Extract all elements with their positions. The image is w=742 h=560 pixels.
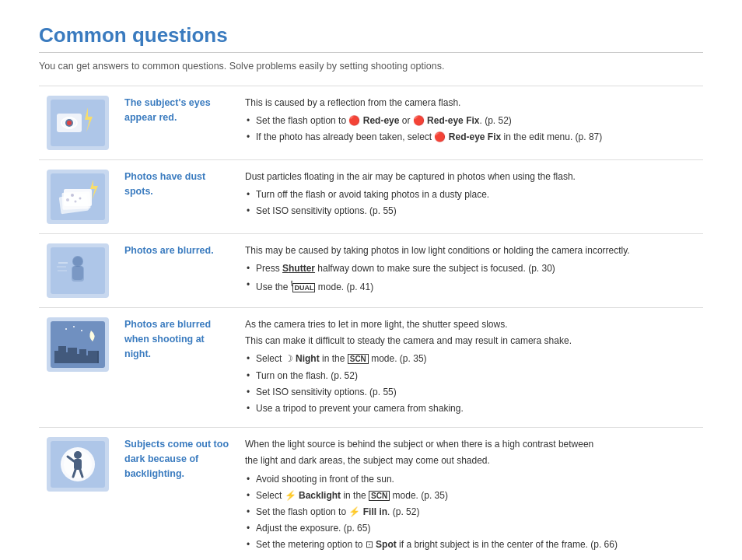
- backlight-icon: [47, 437, 109, 492]
- svg-point-25: [65, 328, 67, 330]
- solution-intro-dust-spots-0: Dust particles floating in the air may b…: [245, 170, 695, 184]
- page-subtitle: You can get answers to common questions.…: [39, 61, 703, 72]
- page-title: Common questions: [39, 23, 703, 47]
- solution-item: Use a tripod to prevent your camera from…: [245, 401, 695, 416]
- scn-badge: SCN: [348, 354, 369, 364]
- svg-point-26: [73, 326, 75, 327]
- solution-intro-backlight-0: When the light source is behind the subj…: [245, 437, 695, 452]
- fill-in-label: Fill in: [363, 506, 387, 517]
- solution-list-night-blur: Select ☽ Night in the SCN mode. (p. 35)T…: [245, 352, 695, 416]
- problem-label-backlight: Subjects come out too dark because of ba…: [117, 428, 237, 560]
- table-row: Subjects come out too dark because of ba…: [39, 428, 703, 560]
- backlight-label: Backlight: [299, 490, 341, 501]
- svg-rect-20: [72, 266, 84, 282]
- blurred-icon: [47, 243, 109, 298]
- svg-point-18: [73, 257, 82, 266]
- solution-list-red-eye: Set the flash option to 🔴 Red-eye or 🔴 R…: [245, 114, 695, 145]
- solution-item: Adjust the exposure. (p. 65): [245, 521, 695, 536]
- svg-rect-36: [54, 345, 97, 364]
- shutter-key: Shutter: [282, 263, 315, 274]
- solution-list-dust-spots: Turn off the flash or avoid taking photo…: [245, 187, 695, 219]
- solution-item: Select ☽ Night in the SCN mode. (p. 35): [245, 352, 695, 366]
- problem-label-blurred: Photos are blurred.: [117, 234, 237, 308]
- solution-item: If the photo has already been taken, sel…: [245, 130, 695, 145]
- solution-item: Set the flash option to 🔴 Red-eye or 🔴 R…: [245, 114, 695, 128]
- redeye-fix-label: Red-eye Fix: [449, 131, 501, 142]
- svg-point-11: [71, 194, 74, 197]
- solution-item: Press Shutter halfway down to make sure …: [245, 261, 695, 276]
- table-row: Photos are blurred.This may be caused by…: [39, 234, 703, 308]
- solution-intro-night-blur-0: As the camera tries to let in more light…: [245, 317, 695, 332]
- redeye-label: Red-eye: [449, 131, 485, 142]
- night-label: Night: [296, 353, 320, 364]
- title-divider: [39, 52, 703, 53]
- svg-point-13: [75, 201, 77, 203]
- select-word: Select: [256, 490, 282, 501]
- dust-spots-icon: [47, 170, 109, 224]
- icon-cell-backlight: [39, 428, 117, 560]
- solution-cell-dust-spots: Dust particles floating in the air may b…: [237, 160, 703, 234]
- redeye-fix-label: Red-eye Fix: [427, 115, 479, 126]
- solution-cell-night-blur: As the camera tries to let in more light…: [237, 308, 703, 428]
- table-row: Photos have dust spots.Dust particles fl…: [39, 160, 703, 234]
- icon-cell-blurred: [39, 234, 117, 308]
- faq-table: The subject's eyes appear red.This is ca…: [39, 86, 703, 560]
- solution-item: Set ISO sensitivity options. (p. 55): [245, 385, 695, 400]
- svg-point-12: [79, 198, 82, 200]
- solution-cell-red-eye: This is caused by a reflection from the …: [237, 86, 703, 160]
- spot-label: Spot: [376, 539, 397, 550]
- solution-item: Set ISO sensitivity options. (p. 55): [245, 204, 695, 219]
- solution-item: Select ⚡ Backlight in the SCN mode. (p. …: [245, 488, 695, 503]
- solution-item: Turn off the flash or avoid taking photo…: [245, 187, 695, 202]
- solution-intro-backlight-1: the light and dark areas, the subject ma…: [245, 453, 695, 468]
- solution-item: Use the tDUAL mode. (p. 41): [245, 278, 695, 295]
- redeye-label: Red-eye: [427, 115, 464, 126]
- solution-item: Set the metering option to ⊡ Spot if a b…: [245, 537, 695, 552]
- icon-cell-red-eye: [39, 86, 117, 160]
- svg-point-40: [74, 451, 82, 459]
- problem-label-dust-spots: Photos have dust spots.: [117, 160, 237, 234]
- solution-item: Avoid shooting in front of the sun.: [245, 472, 695, 487]
- problem-label-red-eye: The subject's eyes appear red.: [117, 86, 237, 160]
- solution-intro-red-eye-0: This is caused by a reflection from the …: [245, 96, 695, 110]
- red-eye-icon: [47, 96, 109, 150]
- svg-point-27: [81, 330, 82, 331]
- problem-label-night-blur: Photos are blurred when shooting at nigh…: [117, 308, 237, 428]
- scn-badge: SCN: [369, 491, 390, 501]
- svg-rect-41: [74, 459, 82, 470]
- svg-point-14: [66, 198, 69, 201]
- select-word: Select: [256, 353, 282, 364]
- svg-rect-10: [64, 189, 92, 206]
- solution-intro-night-blur-1: This can make it difficult to steady the…: [245, 334, 695, 348]
- table-row: Photos are blurred when shooting at nigh…: [39, 308, 703, 428]
- solution-item: Turn on the flash. (p. 52): [245, 369, 695, 383]
- redeye-label: Red-eye: [363, 115, 400, 126]
- night-blur-icon: [47, 317, 109, 372]
- solution-cell-blurred: This may be caused by taking photos in l…: [237, 234, 703, 308]
- solution-item: Set the flash option to ⚡ Fill in. (p. 5…: [245, 505, 695, 520]
- solution-list-backlight: Avoid shooting in front of the sun.Selec…: [245, 472, 695, 553]
- svg-point-5: [67, 121, 72, 125]
- solution-cell-backlight: When the light source is behind the subj…: [237, 428, 703, 560]
- dual-badge: DUAL: [292, 283, 315, 292]
- solution-intro-blurred-0: This may be caused by taking photos in l…: [245, 243, 695, 258]
- icon-cell-dust-spots: [39, 160, 117, 234]
- solution-list-blurred: Press Shutter halfway down to make sure …: [245, 261, 695, 295]
- table-row: The subject's eyes appear red.This is ca…: [39, 86, 703, 160]
- icon-cell-night-blur: [39, 308, 117, 428]
